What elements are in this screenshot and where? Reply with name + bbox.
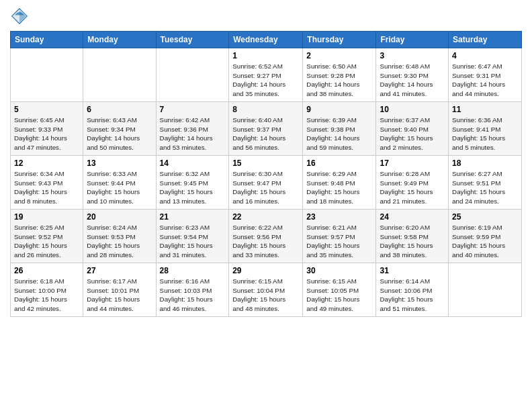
day-number: 12	[14, 158, 79, 168]
day-info: Sunrise: 6:40 AMSunset: 9:37 PMDaylight:…	[232, 116, 299, 152]
calendar-week-row: 5Sunrise: 6:45 AMSunset: 9:33 PMDaylight…	[11, 102, 522, 156]
weekday-header: Monday	[83, 32, 156, 48]
day-info: Sunrise: 6:29 AMSunset: 9:48 PMDaylight:…	[306, 169, 372, 206]
day-info: Sunrise: 6:37 AMSunset: 9:40 PMDaylight:…	[380, 116, 445, 152]
calendar-cell: 30Sunrise: 6:15 AMSunset: 10:05 PMDaylig…	[303, 263, 376, 317]
day-number: 21	[160, 212, 226, 222]
calendar-cell: 2Sunrise: 6:50 AMSunset: 9:28 PMDaylight…	[303, 48, 376, 102]
day-number: 14	[160, 158, 226, 168]
day-info: Sunrise: 6:25 AMSunset: 9:52 PMDaylight:…	[14, 223, 79, 260]
weekday-header: Thursday	[303, 32, 376, 48]
calendar-cell: 10Sunrise: 6:37 AMSunset: 9:40 PMDayligh…	[376, 102, 449, 156]
calendar-week-row: 26Sunrise: 6:18 AMSunset: 10:00 PMDaylig…	[11, 263, 522, 317]
day-number: 6	[87, 105, 152, 114]
day-info: Sunrise: 6:18 AMSunset: 10:00 PMDaylight…	[14, 277, 79, 314]
day-number: 27	[87, 266, 152, 275]
calendar-cell: 4Sunrise: 6:47 AMSunset: 9:31 PMDaylight…	[449, 48, 522, 102]
calendar-header-row: SundayMondayTuesdayWednesdayThursdayFrid…	[11, 32, 522, 48]
logo-icon	[10, 7, 29, 26]
day-info: Sunrise: 6:27 AMSunset: 9:51 PMDaylight:…	[452, 169, 518, 206]
calendar-cell	[83, 48, 156, 102]
day-number: 25	[452, 212, 518, 222]
calendar-cell: 20Sunrise: 6:24 AMSunset: 9:53 PMDayligh…	[83, 210, 156, 263]
day-info: Sunrise: 6:52 AMSunset: 9:27 PMDaylight:…	[232, 62, 299, 99]
weekday-header: Friday	[376, 32, 449, 48]
calendar-cell: 28Sunrise: 6:16 AMSunset: 10:03 PMDaylig…	[156, 263, 229, 317]
day-number: 1	[232, 51, 299, 60]
day-number: 26	[14, 266, 79, 275]
day-number: 29	[232, 266, 299, 275]
day-number: 7	[160, 105, 226, 114]
calendar-cell: 5Sunrise: 6:45 AMSunset: 9:33 PMDaylight…	[11, 102, 83, 156]
day-number: 4	[452, 51, 518, 60]
calendar-cell: 18Sunrise: 6:27 AMSunset: 9:51 PMDayligh…	[449, 156, 522, 210]
calendar-cell: 25Sunrise: 6:19 AMSunset: 9:59 PMDayligh…	[449, 210, 522, 263]
day-number: 23	[306, 212, 372, 222]
weekday-header: Tuesday	[156, 32, 229, 48]
day-number: 9	[306, 105, 372, 114]
day-info: Sunrise: 6:24 AMSunset: 9:53 PMDaylight:…	[87, 223, 152, 260]
day-number: 31	[380, 266, 445, 275]
calendar-cell	[156, 48, 229, 102]
calendar-cell: 31Sunrise: 6:14 AMSunset: 10:06 PMDaylig…	[376, 263, 449, 317]
day-number: 16	[306, 158, 372, 168]
day-info: Sunrise: 6:34 AMSunset: 9:43 PMDaylight:…	[14, 169, 79, 206]
page-header	[10, 7, 522, 26]
calendar-cell: 3Sunrise: 6:48 AMSunset: 9:30 PMDaylight…	[376, 48, 449, 102]
day-number: 30	[306, 266, 372, 275]
calendar-cell: 27Sunrise: 6:17 AMSunset: 10:01 PMDaylig…	[83, 263, 156, 317]
day-info: Sunrise: 6:50 AMSunset: 9:28 PMDaylight:…	[306, 62, 372, 99]
calendar-week-row: 1Sunrise: 6:52 AMSunset: 9:27 PMDaylight…	[11, 48, 522, 102]
weekday-header: Wednesday	[229, 32, 303, 48]
calendar-cell: 24Sunrise: 6:20 AMSunset: 9:58 PMDayligh…	[376, 210, 449, 263]
calendar-cell: 15Sunrise: 6:30 AMSunset: 9:47 PMDayligh…	[229, 156, 303, 210]
calendar-cell: 9Sunrise: 6:39 AMSunset: 9:38 PMDaylight…	[303, 102, 376, 156]
day-number: 2	[306, 51, 372, 60]
day-number: 24	[380, 212, 445, 222]
day-info: Sunrise: 6:23 AMSunset: 9:54 PMDaylight:…	[160, 223, 226, 260]
day-number: 3	[380, 51, 445, 60]
day-info: Sunrise: 6:36 AMSunset: 9:41 PMDaylight:…	[452, 116, 518, 152]
day-number: 18	[452, 158, 518, 168]
calendar-cell: 23Sunrise: 6:21 AMSunset: 9:57 PMDayligh…	[303, 210, 376, 263]
calendar-cell: 16Sunrise: 6:29 AMSunset: 9:48 PMDayligh…	[303, 156, 376, 210]
calendar-cell: 1Sunrise: 6:52 AMSunset: 9:27 PMDaylight…	[229, 48, 303, 102]
day-number: 19	[14, 212, 79, 222]
calendar-cell: 17Sunrise: 6:28 AMSunset: 9:49 PMDayligh…	[376, 156, 449, 210]
day-number: 13	[87, 158, 152, 168]
day-info: Sunrise: 6:14 AMSunset: 10:06 PMDaylight…	[380, 277, 445, 314]
day-info: Sunrise: 6:45 AMSunset: 9:33 PMDaylight:…	[14, 116, 79, 152]
day-info: Sunrise: 6:43 AMSunset: 9:34 PMDaylight:…	[87, 116, 152, 152]
day-info: Sunrise: 6:42 AMSunset: 9:36 PMDaylight:…	[160, 116, 226, 152]
calendar-cell: 19Sunrise: 6:25 AMSunset: 9:52 PMDayligh…	[11, 210, 83, 263]
day-number: 5	[14, 105, 79, 114]
calendar-cell: 26Sunrise: 6:18 AMSunset: 10:00 PMDaylig…	[11, 263, 83, 317]
calendar-cell: 12Sunrise: 6:34 AMSunset: 9:43 PMDayligh…	[11, 156, 83, 210]
calendar-cell: 14Sunrise: 6:32 AMSunset: 9:45 PMDayligh…	[156, 156, 229, 210]
calendar-week-row: 12Sunrise: 6:34 AMSunset: 9:43 PMDayligh…	[11, 156, 522, 210]
day-info: Sunrise: 6:16 AMSunset: 10:03 PMDaylight…	[160, 277, 226, 314]
calendar-cell: 11Sunrise: 6:36 AMSunset: 9:41 PMDayligh…	[449, 102, 522, 156]
day-info: Sunrise: 6:39 AMSunset: 9:38 PMDaylight:…	[306, 116, 372, 152]
weekday-header: Sunday	[11, 32, 83, 48]
calendar-cell	[11, 48, 83, 102]
day-info: Sunrise: 6:47 AMSunset: 9:31 PMDaylight:…	[452, 62, 518, 99]
day-info: Sunrise: 6:28 AMSunset: 9:49 PMDaylight:…	[380, 169, 445, 206]
calendar-cell: 21Sunrise: 6:23 AMSunset: 9:54 PMDayligh…	[156, 210, 229, 263]
day-info: Sunrise: 6:48 AMSunset: 9:30 PMDaylight:…	[380, 62, 445, 99]
day-info: Sunrise: 6:30 AMSunset: 9:47 PMDaylight:…	[232, 169, 299, 206]
day-number: 10	[380, 105, 445, 114]
day-number: 11	[452, 105, 518, 114]
logo	[10, 7, 31, 26]
day-number: 8	[232, 105, 299, 114]
day-number: 28	[160, 266, 226, 275]
weekday-header: Saturday	[449, 32, 522, 48]
day-info: Sunrise: 6:32 AMSunset: 9:45 PMDaylight:…	[160, 169, 226, 206]
day-number: 15	[232, 158, 299, 168]
day-info: Sunrise: 6:15 AMSunset: 10:04 PMDaylight…	[232, 277, 299, 314]
calendar-cell: 13Sunrise: 6:33 AMSunset: 9:44 PMDayligh…	[83, 156, 156, 210]
day-info: Sunrise: 6:15 AMSunset: 10:05 PMDaylight…	[306, 277, 372, 314]
day-info: Sunrise: 6:33 AMSunset: 9:44 PMDaylight:…	[87, 169, 152, 206]
day-info: Sunrise: 6:22 AMSunset: 9:56 PMDaylight:…	[232, 223, 299, 260]
day-info: Sunrise: 6:20 AMSunset: 9:58 PMDaylight:…	[380, 223, 445, 260]
